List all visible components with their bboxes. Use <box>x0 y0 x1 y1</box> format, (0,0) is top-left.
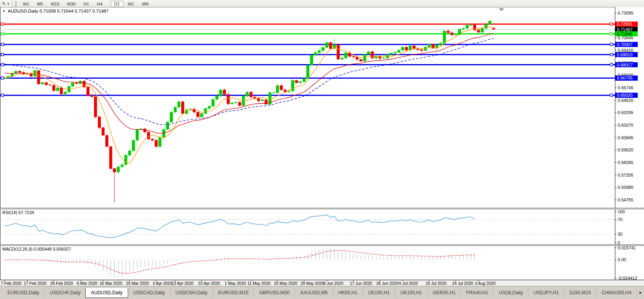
line-handle[interactable] <box>610 94 613 97</box>
chart-tab-uk100-h1[interactable]: UK100,H1 <box>395 288 427 297</box>
svg-text:0.57205: 0.57205 <box>618 173 633 177</box>
cursor-icon: ↖ <box>2 1 6 6</box>
svg-text:0.71046: 0.71046 <box>617 31 633 36</box>
chart-tab-eurusd-daily[interactable]: EURUSD,Daily <box>2 288 44 297</box>
line-handle[interactable] <box>1 23 4 26</box>
timeframe-toolbar: ↖ ▾ M1M5M15M30H1H4D1W1MN <box>0 0 644 7</box>
line-handle[interactable] <box>1 33 4 35</box>
timeframe-button-m15[interactable]: M15 <box>48 1 63 7</box>
svg-text:0.63295: 0.63295 <box>618 110 633 115</box>
svg-text:0.54755: 0.54755 <box>618 197 633 202</box>
line-handle[interactable] <box>1 53 4 56</box>
line-handle[interactable] <box>610 23 613 26</box>
svg-text:1 May 2020: 1 May 2020 <box>225 281 246 286</box>
line-handle[interactable] <box>610 43 613 46</box>
svg-text:0: 0 <box>618 240 620 245</box>
chart-tabs: EURUSD,DailyUSDCHF,DailyAUDUSD,DailyUSDC… <box>0 288 638 298</box>
svg-text:20 May 2020: 20 May 2020 <box>274 281 297 286</box>
svg-text:7 Feb 2020: 7 Feb 2020 <box>1 281 22 286</box>
chart-tab-usdchf-daily[interactable]: USDCHF,Daily <box>44 288 86 297</box>
price-label-0.71046: 0.71046 <box>615 31 638 37</box>
price-label-0.66706: 0.66706 <box>615 76 638 81</box>
chart-tab-xauusd-m5[interactable]: XAUUSD,M5 <box>295 288 333 297</box>
svg-text:3 Apr 2020: 3 Apr 2020 <box>153 281 172 286</box>
timeframe-button-m1[interactable]: M1 <box>20 1 33 7</box>
svg-text:0.62070: 0.62070 <box>618 123 633 127</box>
timeframe-button-mn[interactable]: MN <box>138 1 152 7</box>
svg-text:17 Feb 2020: 17 Feb 2020 <box>24 281 46 286</box>
chart-area[interactable]: ▼AUDUSD,Daily 0.71608 0.71644 0.71437 0.… <box>0 7 644 286</box>
chart-tab-usdjpy-h1[interactable]: USDJPY,H1 <box>528 288 564 297</box>
svg-text:0.65745: 0.65745 <box>618 85 633 90</box>
line-handle[interactable] <box>610 33 613 35</box>
svg-text:8 Jun 2020: 8 Jun 2020 <box>323 281 343 286</box>
chart-tab-gbpusd-m30[interactable]: GBPUSD,M30 <box>253 288 294 297</box>
timeframe-button-h4[interactable]: H4 <box>94 1 106 7</box>
timeframe-button-h1[interactable]: H1 <box>80 1 92 7</box>
pane-splitter[interactable] <box>0 208 644 209</box>
price-label-0.70007: 0.70007 <box>615 42 638 47</box>
svg-text:26 Feb 2020: 26 Feb 2020 <box>50 281 73 286</box>
chart-tab-china300-h4[interactable]: CHINA300,H4 <box>596 288 637 297</box>
svg-text:0.015741: 0.015741 <box>618 245 636 250</box>
price-label-0.72001: 0.72001 <box>615 22 638 27</box>
price-label-0.68017: 0.68017 <box>615 62 638 67</box>
line-handle[interactable] <box>1 77 4 79</box>
cursor-tool-button[interactable]: ↖ ▾ <box>0 1 11 6</box>
chart-tab-usoil-daily[interactable]: USOil,Daily <box>493 288 528 297</box>
chart-tab-eurusd-m15[interactable]: EURUSD,M15 <box>213 288 253 297</box>
line-handle[interactable] <box>1 94 4 97</box>
svg-text:0.70007: 0.70007 <box>617 42 633 47</box>
svg-text:15 Jul 2020: 15 Jul 2020 <box>426 281 447 286</box>
svg-text:11 May 2020: 11 May 2020 <box>248 281 271 286</box>
svg-text:70: 70 <box>618 217 622 222</box>
svg-text:0.58395: 0.58395 <box>618 160 633 165</box>
svg-text:6 Mar 2020: 6 Mar 2020 <box>77 281 97 286</box>
svg-text:25 Mar 2020: 25 Mar 2020 <box>126 281 149 286</box>
toolbar-grip[interactable] <box>15 1 17 6</box>
line-handle[interactable] <box>610 63 613 66</box>
svg-text:0.00: 0.00 <box>618 257 626 262</box>
svg-text:0.71487: 0.71487 <box>617 27 633 32</box>
chevron-down-icon: ▾ <box>7 2 9 6</box>
svg-text:13 Apr 2020: 13 Apr 2020 <box>172 281 194 286</box>
toolbar-divider <box>12 1 13 7</box>
chart-tab-ger30-h1[interactable]: GER30,H1 <box>427 288 461 297</box>
svg-text:0.59620: 0.59620 <box>618 148 633 152</box>
svg-text:0.66706: 0.66706 <box>617 76 633 80</box>
line-handle[interactable] <box>610 53 613 56</box>
price-label-0.69010: 0.69010 <box>615 52 638 57</box>
timeframe-button-w1[interactable]: W1 <box>124 1 138 7</box>
svg-text:0.65020: 0.65020 <box>617 93 633 98</box>
svg-text:22 Apr 2020: 22 Apr 2020 <box>198 281 220 286</box>
svg-text:29 May 2020: 29 May 2020 <box>301 281 324 286</box>
chart-tab-uk100-h1[interactable]: UK100,H1 <box>363 288 395 297</box>
mt4-window: ↖ ▾ M1M5M15M30H1H4D1W1MN ▼AUDUSD,Daily 0… <box>0 0 644 299</box>
svg-text:0.55980: 0.55980 <box>618 185 633 190</box>
svg-text:0.73095: 0.73095 <box>618 11 633 15</box>
chart-tab-fra40-h1[interactable]: FRA40,H1 <box>461 288 493 297</box>
macd-label: MACD(12,26,9) 0.005448 0.006027 <box>2 247 71 251</box>
svg-text:30: 30 <box>618 232 622 236</box>
svg-text:▼: ▼ <box>2 9 6 13</box>
svg-text:100: 100 <box>618 209 625 214</box>
timeframe-button-m30[interactable]: M30 <box>64 1 79 7</box>
chart-tab-audusd-daily[interactable]: AUDUSD,Daily <box>85 288 128 298</box>
chart-tab-hk50-h1[interactable]: HK50,H1 <box>333 288 363 297</box>
timeframe-button-d1[interactable]: D1 <box>111 1 123 7</box>
svg-text:24 Jul 2020: 24 Jul 2020 <box>452 281 473 286</box>
pane-splitter[interactable] <box>0 245 644 245</box>
chart-tab-dj30-m15[interactable]: DJ30,M15 <box>564 288 596 297</box>
price-chart-canvas[interactable]: ▼AUDUSD,Daily 0.71608 0.71644 0.71437 0.… <box>0 7 644 286</box>
svg-text:26 Jun 2020: 26 Jun 2020 <box>376 281 399 286</box>
line-handle[interactable] <box>1 63 4 66</box>
line-handle[interactable] <box>1 43 4 46</box>
price-axis: 0.730950.718700.706450.694200.681950.669… <box>615 7 644 280</box>
chart-tab-usdcnh-daily[interactable]: USDCNH,Daily <box>170 288 213 297</box>
chart-tab-usdcad-daily[interactable]: USDCAD,Daily <box>128 288 170 297</box>
tab-scroll-right-icon[interactable]: ▸ <box>638 288 644 295</box>
timeframe-button-m5[interactable]: M5 <box>33 1 46 7</box>
chart-title: ▼AUDUSD,Daily 0.71608 0.71644 0.71437 0.… <box>2 9 108 13</box>
svg-text:16 Mar 2020: 16 Mar 2020 <box>99 281 122 286</box>
svg-text:0.60845: 0.60845 <box>618 135 633 140</box>
